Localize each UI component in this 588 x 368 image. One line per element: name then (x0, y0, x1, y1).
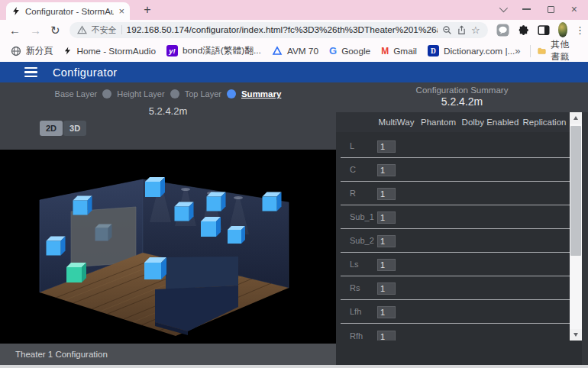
browser-toolbar: ← → ↻ 不安全 192.168.50.174/configurator/in… (0, 20, 588, 40)
multiway-input[interactable] (377, 282, 396, 295)
dictionary-d-icon: D (428, 45, 439, 56)
caption-bar: Theater 1 Configuration (0, 344, 336, 365)
multiway-input[interactable] (377, 164, 396, 176)
window-maximize-icon[interactable] (548, 6, 554, 13)
table-scrollbar[interactable] (570, 112, 582, 341)
bookmark-avm70[interactable]: AVM 70 (272, 46, 318, 56)
bookmarks-overflow-chevron[interactable]: » (515, 45, 520, 56)
forward-icon: → (30, 24, 41, 36)
window-minimize-icon[interactable] (522, 8, 531, 10)
multiway-input[interactable] (377, 188, 396, 200)
new-tab-button[interactable]: + (139, 2, 156, 18)
table-row-rfh-clipped: Rfh (341, 324, 570, 341)
address-bar[interactable]: 不安全 192.168.50.174/configurator/index.ht… (69, 22, 488, 38)
bookmark-translator[interactable]: y! bond漢語(繁體)翻... (166, 45, 261, 57)
speaker-cube-blue[interactable] (145, 177, 165, 197)
theater-caption: Theater 1 Configuration (15, 350, 108, 359)
other-bookmarks-button[interactable]: 其他書籤 (538, 39, 577, 63)
window-bottom-edge (0, 365, 588, 368)
bookmarks-bar: 新分頁 Home - StormAudio y! bond漢語(繁體)翻... … (0, 40, 588, 62)
browser-menu-icon[interactable]: ⋮ (575, 24, 585, 36)
step-dot (102, 89, 111, 98)
table-row-l: L (341, 134, 570, 158)
bookmark-label: Home - StormAudio (76, 46, 156, 56)
channel-label: Sub_2 (341, 236, 377, 245)
speaker-cube-blue[interactable] (175, 202, 194, 221)
multiway-input[interactable] (377, 331, 396, 341)
share-icon[interactable] (457, 25, 467, 35)
speaker-cube-blue[interactable] (201, 217, 221, 237)
room-render (0, 150, 336, 344)
side-panel-icon[interactable] (538, 24, 550, 36)
bookmark-label: bond漢語(繁體)翻... (183, 45, 261, 57)
view-3d-button[interactable]: 3D (63, 121, 86, 136)
step-base-layer[interactable]: Base Layer (55, 89, 98, 98)
table-row-sub2: Sub_2 (341, 229, 570, 253)
url-text[interactable]: 192.168.50.174/configurator/index.html?f… (127, 24, 438, 35)
scrollbar-thumb[interactable] (570, 126, 581, 256)
bookmark-label: Gmail (393, 46, 417, 56)
multiway-input[interactable] (377, 306, 396, 318)
bookmark-stormaudio-home[interactable]: Home - StormAudio (63, 46, 156, 56)
lightning-icon (63, 46, 72, 56)
channel-label: L (341, 141, 377, 150)
channel-table: L C R Sub_1 Sub_2 (341, 132, 570, 341)
bookmark-gmail[interactable]: M Gmail (381, 46, 417, 56)
extensions-puzzle-icon[interactable] (518, 24, 529, 36)
config-name: 5.2.4.2m (0, 105, 336, 117)
reload-icon[interactable]: ↻ (50, 24, 60, 36)
multiway-input[interactable] (377, 259, 396, 271)
view-2d-button[interactable]: 2D (40, 121, 63, 136)
speaker-cube-blue[interactable] (73, 196, 92, 215)
speaker-cube-blue[interactable] (47, 237, 66, 256)
bookmark-label: AVM 70 (287, 46, 318, 56)
yahoo-icon: y! (166, 45, 178, 56)
tab-close-icon[interactable]: × (118, 6, 124, 16)
layer-stepper: Base Layer Height Layer Top Layer Summar… (0, 89, 336, 98)
bookmark-label: Google (341, 46, 370, 56)
view-toggle: 2D 3D (40, 121, 86, 136)
channel-label: Sub_1 (341, 212, 377, 221)
speaker-cube-ghost[interactable] (95, 224, 112, 241)
menu-hamburger-icon[interactable] (24, 67, 37, 78)
room-3d-viewport[interactable] (0, 150, 336, 344)
channel-label: Rs (341, 283, 377, 292)
step-top-layer[interactable]: Top Layer (185, 89, 221, 98)
profile-avatar[interactable] (558, 22, 567, 37)
summary-header: Configuration Summary 5.2.4.2m (336, 82, 588, 112)
column-replication: Replication (519, 118, 570, 127)
table-row-c: C (341, 158, 570, 182)
stormaudio-lightning-favicon-icon (11, 6, 21, 16)
bookmark-google[interactable]: G Google (329, 45, 370, 56)
speaker-cube-blue[interactable] (228, 226, 245, 244)
bookmarks-divider (530, 45, 531, 57)
step-summary[interactable]: Summary (241, 89, 281, 98)
window-close-icon[interactable]: × (571, 3, 577, 15)
browser-tab[interactable]: Configurator - StormAudio × (6, 2, 130, 20)
line-extension-icon[interactable] (496, 24, 509, 37)
bookmark-new-tab[interactable]: 新分頁 (11, 45, 53, 57)
tab-title: Configurator - StormAudio (25, 7, 114, 16)
multiway-input[interactable] (377, 235, 396, 247)
speaker-cube-teal[interactable] (66, 263, 86, 282)
bookmark-star-icon[interactable]: ☆ (471, 24, 480, 36)
table-row-sub1: Sub_1 (341, 205, 570, 229)
channel-label: Ls (341, 260, 377, 269)
back-icon[interactable]: ← (9, 24, 21, 36)
scroll-up-button[interactable] (570, 112, 582, 124)
zoom-icon[interactable] (442, 25, 452, 35)
column-multiway: MultiWay (377, 118, 415, 127)
sofa (155, 257, 238, 335)
window-menu-chevron-icon[interactable] (499, 6, 506, 12)
bookmark-label: Dictionary.com |... (444, 46, 515, 56)
scroll-down-button[interactable] (570, 329, 582, 341)
step-dot (170, 89, 179, 98)
speaker-cube-blue[interactable] (207, 192, 226, 211)
bookmark-dictionary[interactable]: D Dictionary.com |... (428, 45, 515, 56)
step-height-layer[interactable]: Height Layer (117, 89, 164, 98)
multiway-input[interactable] (377, 140, 396, 153)
multiway-input[interactable] (377, 211, 396, 224)
table-row-r: R (341, 182, 570, 205)
speaker-cube-blue[interactable] (144, 257, 166, 279)
speaker-cube-blue[interactable] (263, 192, 282, 211)
